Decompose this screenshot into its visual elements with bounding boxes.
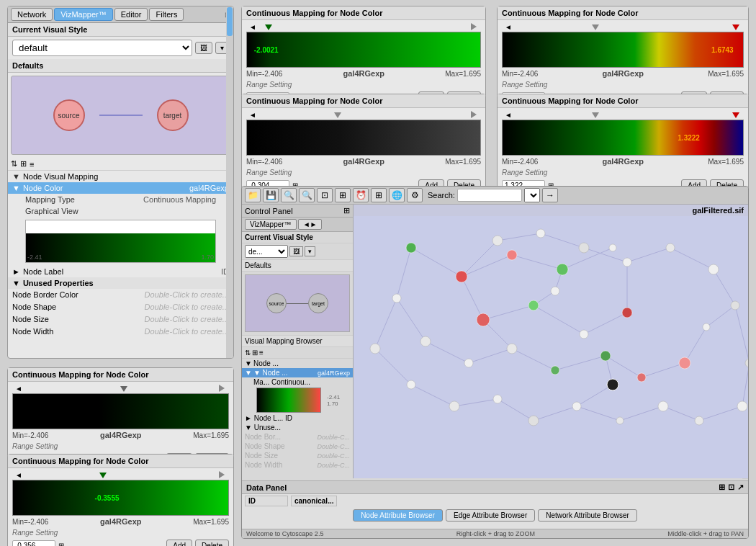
h-folder-btn[interactable]: 📁 — [245, 188, 261, 202]
target-node: target — [157, 99, 189, 131]
h-search-go-btn[interactable]: → — [542, 188, 558, 202]
g-value-label: 1.3222 — [678, 134, 700, 142]
svg-point-45 — [477, 313, 490, 326]
defaults-section-title: Defaults — [8, 59, 233, 73]
node-visual-mapping-row[interactable]: ▼ Node Visual Mapping — [8, 171, 233, 182]
svg-line-17 — [706, 305, 735, 327]
svg-point-67 — [703, 323, 710, 331]
h-save-btn[interactable]: 💾 — [263, 188, 279, 202]
h-hint1: Right-click + drag to ZOOM — [456, 530, 535, 537]
svg-line-1 — [462, 255, 512, 277]
h-zoom-in-btn[interactable]: 🔍 — [281, 188, 297, 202]
h-dp-icons: ⊞ ⊡ ↗ — [719, 483, 744, 492]
h-network-attr-tab[interactable]: Network Attribute Browser — [538, 509, 637, 522]
svg-point-78 — [745, 359, 748, 367]
h-cp-header: Control Panel ⊞ — [242, 205, 353, 218]
panel-a-scrollbar[interactable] — [226, 6, 233, 358]
h-node-attr-tab[interactable]: Node Attribute Browser — [353, 509, 443, 522]
h-settings-btn[interactable]: ⚙ — [407, 188, 423, 202]
network-edges — [375, 233, 748, 421]
network-svg — [354, 205, 748, 478]
h-dp-col2: canonical... — [291, 496, 337, 506]
h-style-icon-btn[interactable]: 🖼 — [289, 246, 303, 256]
svg-line-0 — [411, 248, 462, 277]
panel-c: Continuous Mapping for Node Color ◄ -0.3… — [7, 454, 234, 546]
h-vmb-grid: ⊞ — [252, 349, 258, 357]
svg-line-12 — [512, 349, 555, 370]
svg-line-36 — [742, 363, 748, 406]
h-dp-icon3: ↗ — [737, 483, 744, 492]
svg-point-58 — [580, 330, 588, 339]
h-network-viz[interactable]: galFiltered.sif — [354, 205, 748, 478]
c-add-btn[interactable]: Add — [166, 540, 192, 546]
new-style-btn[interactable]: 🖼 — [195, 42, 212, 54]
e-arrow-down-outline — [334, 111, 341, 120]
h-zoom-fit-btn[interactable]: ⊡ — [317, 188, 333, 202]
svg-point-62 — [579, 243, 589, 253]
h-edge-sm — [287, 303, 308, 304]
svg-point-69 — [407, 380, 415, 389]
c-delete-btn[interactable]: Delete — [195, 540, 229, 546]
h-zoom-sel-btn[interactable]: ⊞ — [335, 188, 351, 202]
svg-line-19 — [670, 248, 714, 269]
h-status-bar: Welcome to Cytoscape 2.5 Right-click + d… — [242, 529, 748, 538]
c-arrow-right — [219, 471, 225, 480]
node-label-row[interactable]: ► Node Label ID — [8, 266, 233, 277]
tab-network[interactable]: Network — [11, 8, 53, 21]
svg-line-14 — [606, 356, 642, 377]
f-value-label: 1.6743 — [711, 46, 734, 54]
vmb-grid-icon: ⊞ — [20, 159, 27, 169]
c-value-label: -0.3555 — [95, 494, 120, 502]
svg-line-30 — [498, 399, 534, 421]
search-dropdown[interactable] — [524, 188, 540, 202]
svg-line-22 — [584, 248, 627, 262]
vmb-header: ⇅ ⊞ ≡ — [8, 158, 233, 171]
h-node-width-row: Node Width Double-C... — [242, 460, 353, 470]
svg-point-63 — [536, 229, 545, 238]
style-select[interactable]: default — [12, 40, 192, 56]
svg-point-48 — [637, 373, 646, 382]
svg-point-76 — [695, 416, 703, 425]
svg-point-55 — [420, 336, 431, 346]
b-arrow-right — [219, 385, 225, 393]
g-arrow-left: ◄ — [505, 111, 512, 120]
svg-point-44 — [507, 250, 517, 260]
c-gradient: -0.3555 — [12, 480, 229, 516]
h-dp-tabs: Node Attribute Browser Edge Attribute Br… — [242, 508, 748, 523]
h-node-mapping-row[interactable]: ▼Node ... — [242, 359, 353, 368]
panel-a-tabs: Network VizMapper™ Editor Filters ⊞ — [8, 6, 233, 23]
h-edge-attr-tab[interactable]: Edge Attribute Browser — [446, 509, 535, 522]
svg-point-74 — [616, 417, 624, 424]
f-range-label: Range Setting — [498, 79, 748, 90]
c-spinner[interactable]: ⊞ — [58, 542, 64, 546]
tab-vizmapper[interactable]: VizMapper™ — [54, 8, 112, 21]
svg-point-68 — [370, 344, 380, 354]
current-style-section: Current Visual Style — [8, 23, 233, 37]
h-style-opts-btn[interactable]: ▾ — [305, 246, 315, 256]
h-node-label-row[interactable]: ► Node L... ID — [242, 413, 353, 423]
svg-line-23 — [541, 233, 584, 248]
panel-e: Continuous Mapping for Node Color ◄ Min=… — [241, 94, 486, 194]
h-vizmapper-tab[interactable]: VizMapper™ — [245, 219, 297, 230]
c-value-input[interactable] — [12, 540, 55, 546]
svg-point-65 — [609, 244, 616, 251]
h-clock-btn[interactable]: ⏰ — [353, 188, 369, 202]
svg-point-47 — [679, 357, 690, 369]
svg-line-31 — [534, 406, 577, 421]
panel-d: Continuous Mapping for Node Color ◄ -2.0… — [241, 6, 486, 106]
svg-point-49 — [406, 243, 416, 253]
h-node-color-row[interactable]: ▼▼ Node ... gal4RGexp — [242, 368, 353, 377]
h-layout-btn[interactable]: ⊞ — [371, 188, 387, 202]
tab-editor[interactable]: Editor — [114, 8, 148, 21]
h-style-select[interactable]: de... — [245, 245, 288, 258]
node-color-row[interactable]: ▼ Node Color gal4RGexp — [8, 182, 233, 194]
unused-properties-header[interactable]: ▼ Unused Properties — [8, 277, 233, 289]
tab-filters[interactable]: Filters — [149, 8, 184, 21]
h-net-btn[interactable]: 🌐 — [389, 188, 405, 202]
h-nav-btn[interactable]: ◄► — [298, 219, 323, 230]
h-unused-row[interactable]: ▼ Unuse... — [242, 423, 353, 432]
search-input[interactable] — [457, 189, 522, 202]
h-zoom-out-btn[interactable]: 🔍 — [299, 188, 315, 202]
svg-point-56 — [464, 359, 473, 367]
svg-line-29 — [454, 399, 498, 406]
